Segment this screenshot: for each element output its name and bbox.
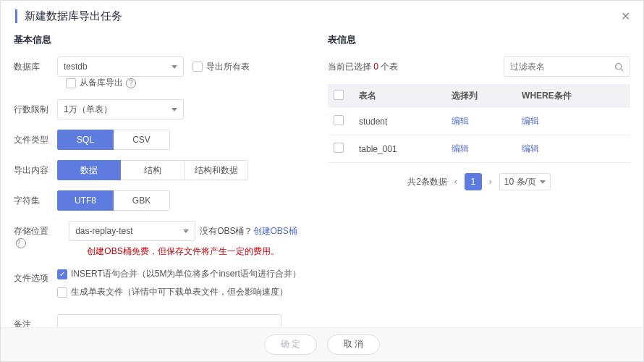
from-backup-checkbox[interactable]: 从备库导出: [66, 77, 123, 89]
obs-warning-text: 创建OBS桶免费，但保存文件将产生一定的费用。: [87, 245, 279, 258]
filetype-sql-button[interactable]: SQL: [57, 130, 114, 150]
modal-title: 新建数据库导出任务: [15, 9, 629, 23]
row-limit-select[interactable]: 1万（单表）: [57, 99, 184, 119]
svg-line-1: [621, 68, 623, 70]
filetype-csv-button[interactable]: CSV: [114, 130, 170, 150]
chevron-down-icon: [183, 230, 189, 233]
selected-count-text: 当前已选择 0 个表: [328, 61, 398, 73]
content-structure-button[interactable]: 结构: [121, 160, 185, 180]
create-obs-link[interactable]: 创建OBS桶: [253, 225, 297, 237]
content-data-button[interactable]: 数据: [57, 160, 121, 180]
filter-table-input[interactable]: [510, 62, 611, 72]
label-charset: 字符集: [14, 190, 57, 207]
insert-merge-checkbox[interactable]: ✓INSERT语句合并（以5M为单位将多个insert语句进行合并）: [57, 268, 301, 280]
chevron-down-icon: [540, 180, 546, 184]
storage-value: das-replay-test: [75, 222, 132, 240]
pagination-next[interactable]: ›: [488, 177, 493, 187]
database-select-value: testdb: [64, 57, 88, 76]
close-icon[interactable]: ✕: [621, 9, 630, 23]
filter-table-input-wrap[interactable]: [504, 56, 630, 77]
label-database: 数据库: [14, 56, 57, 73]
table-info-title: 表信息: [328, 33, 630, 46]
row-limit-value: 1万（单表）: [64, 100, 112, 119]
table-row: table_001 编辑 编辑: [328, 135, 630, 163]
row-checkbox[interactable]: [334, 115, 344, 125]
edit-columns-link[interactable]: 编辑: [452, 143, 469, 153]
content-both-button[interactable]: 结构和数据: [185, 160, 248, 180]
charset-utf8-button[interactable]: UTF8: [57, 190, 114, 211]
row-table-name: student: [353, 108, 446, 135]
col-select-column: 选择列: [446, 84, 516, 108]
edit-where-link[interactable]: 编辑: [522, 143, 539, 153]
pagination: 共2条数据 ‹ 1 › 10 条/页: [328, 173, 630, 190]
pagination-prev[interactable]: ‹: [453, 177, 459, 187]
col-where: WHERE条件: [516, 84, 630, 108]
chevron-down-icon: [171, 65, 177, 69]
table-list: 表名 选择列 WHERE条件 student 编辑 编辑 table_001 编…: [328, 84, 630, 163]
edit-where-link[interactable]: 编辑: [522, 116, 539, 126]
edit-columns-link[interactable]: 编辑: [452, 116, 469, 126]
row-table-name: table_001: [353, 135, 446, 163]
basic-info-title: 基本信息: [14, 33, 309, 46]
from-backup-help-icon[interactable]: ?: [126, 78, 136, 88]
label-row-limit: 行数限制: [14, 99, 57, 116]
svg-point-0: [616, 63, 622, 69]
charset-gbk-button[interactable]: GBK: [114, 190, 170, 211]
label-file-option: 文件选项: [14, 268, 57, 285]
storage-select[interactable]: das-replay-test: [69, 221, 195, 241]
single-table-file-checkbox[interactable]: 生成单表文件（详情中可下载单表文件，但会影响速度）: [57, 286, 288, 298]
obs-missing-text: 没有OBS桶？: [200, 225, 253, 237]
col-table-name: 表名: [353, 84, 446, 108]
page-size-select[interactable]: 10 条/页: [499, 173, 551, 190]
export-all-tables-checkbox[interactable]: 导出所有表: [192, 61, 250, 73]
row-checkbox[interactable]: [334, 143, 344, 153]
cancel-button[interactable]: 取 消: [327, 334, 380, 355]
pagination-total: 共2条数据: [407, 176, 447, 188]
chevron-down-icon: [171, 108, 177, 111]
select-all-checkbox[interactable]: [334, 90, 344, 100]
label-storage: 存储位置 ?: [14, 221, 57, 248]
confirm-button[interactable]: 确 定: [264, 334, 317, 355]
label-file-type: 文件类型: [14, 130, 57, 146]
pagination-page-1[interactable]: 1: [465, 173, 482, 190]
storage-help-icon[interactable]: ?: [16, 238, 26, 248]
label-export-content: 导出内容: [14, 160, 57, 177]
search-icon: [614, 62, 624, 72]
database-select[interactable]: testdb: [57, 56, 184, 77]
table-row: student 编辑 编辑: [328, 108, 630, 135]
